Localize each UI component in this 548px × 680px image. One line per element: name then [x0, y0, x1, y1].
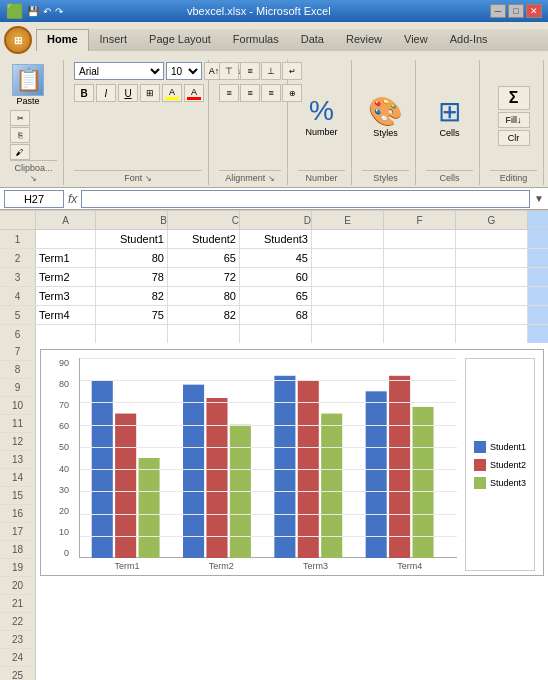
cell-H5[interactable] — [528, 306, 548, 324]
cell-G4[interactable] — [456, 287, 528, 305]
cell-F5[interactable] — [384, 306, 456, 324]
tab-data[interactable]: Data — [290, 29, 335, 51]
align-left-button[interactable]: ≡ — [219, 84, 239, 102]
cell-D3[interactable]: 60 — [240, 268, 312, 286]
cell-C5[interactable]: 82 — [168, 306, 240, 324]
cell-B4[interactable]: 82 — [96, 287, 168, 305]
col-header-H[interactable]: H — [528, 211, 548, 229]
cell-E6[interactable] — [312, 325, 384, 343]
col-header-C[interactable]: C — [168, 211, 240, 229]
cell-B6[interactable] — [96, 325, 168, 343]
align-right-button[interactable]: ≡ — [261, 84, 281, 102]
cell-G1[interactable] — [456, 230, 528, 248]
cell-E5[interactable] — [312, 306, 384, 324]
close-button[interactable]: ✕ — [526, 4, 542, 18]
cell-E4[interactable] — [312, 287, 384, 305]
cell-A4[interactable]: Term3 — [36, 287, 96, 305]
cell-C4[interactable]: 80 — [168, 287, 240, 305]
cell-reference[interactable]: H27 — [4, 190, 64, 208]
chart: 90 80 70 60 50 40 30 20 10 0 — [40, 349, 544, 576]
cell-B5[interactable]: 75 — [96, 306, 168, 324]
cell-C6[interactable] — [168, 325, 240, 343]
quick-access-redo[interactable]: ↷ — [55, 6, 63, 17]
font-color-button[interactable]: A — [184, 84, 204, 102]
tab-addins[interactable]: Add-Ins — [439, 29, 499, 51]
cell-F3[interactable] — [384, 268, 456, 286]
quick-access-undo[interactable]: ↶ — [43, 6, 51, 17]
cell-A3[interactable]: Term2 — [36, 268, 96, 286]
font-size-select[interactable]: 10 — [166, 62, 202, 80]
tab-formulas[interactable]: Formulas — [222, 29, 290, 51]
cell-H4[interactable] — [528, 287, 548, 305]
col-header-B[interactable]: B — [96, 211, 168, 229]
align-bottom-button[interactable]: ⊥ — [261, 62, 281, 80]
cell-G3[interactable] — [456, 268, 528, 286]
sum-button[interactable]: Σ — [498, 86, 530, 110]
cut-button[interactable]: ✂ — [10, 110, 30, 126]
col-header-G[interactable]: G — [456, 211, 528, 229]
formula-input[interactable] — [81, 190, 530, 208]
cell-A2[interactable]: Term1 — [36, 249, 96, 267]
cell-D5[interactable]: 68 — [240, 306, 312, 324]
font-family-select[interactable]: Arial — [74, 62, 164, 80]
cell-G2[interactable] — [456, 249, 528, 267]
border-button[interactable]: ⊞ — [140, 84, 160, 102]
quick-access-save[interactable]: 💾 — [27, 6, 39, 17]
format-painter-button[interactable]: 🖌 — [10, 144, 30, 160]
cell-A6[interactable] — [36, 325, 96, 343]
cell-F1[interactable] — [384, 230, 456, 248]
tab-view[interactable]: View — [393, 29, 439, 51]
expand-formula-bar[interactable]: ▼ — [534, 193, 544, 204]
cell-B2[interactable]: 80 — [96, 249, 168, 267]
cell-F6[interactable] — [384, 325, 456, 343]
cell-C1[interactable]: Student2 — [168, 230, 240, 248]
cells-button[interactable]: ⊞ Cells — [430, 93, 470, 140]
cell-H2[interactable] — [528, 249, 548, 267]
office-button[interactable]: ⊞ — [4, 26, 32, 54]
cell-E3[interactable] — [312, 268, 384, 286]
cell-G6[interactable] — [456, 325, 528, 343]
fill-button[interactable]: Fill↓ — [498, 112, 530, 128]
cell-C2[interactable]: 65 — [168, 249, 240, 267]
cell-D6[interactable] — [240, 325, 312, 343]
align-top-button[interactable]: ⊤ — [219, 62, 239, 80]
maximize-button[interactable]: □ — [508, 4, 524, 18]
col-header-F[interactable]: F — [384, 211, 456, 229]
align-center-button[interactable]: ≡ — [240, 84, 260, 102]
styles-button[interactable]: 🎨 Styles — [364, 93, 407, 140]
col-header-A[interactable]: A — [36, 211, 96, 229]
cell-H6[interactable] — [528, 325, 548, 343]
col-header-E[interactable]: E — [312, 211, 384, 229]
tab-page-layout[interactable]: Page Layout — [138, 29, 222, 51]
cell-B3[interactable]: 78 — [96, 268, 168, 286]
underline-button[interactable]: U — [118, 84, 138, 102]
cell-G5[interactable] — [456, 306, 528, 324]
align-middle-button[interactable]: ≡ — [240, 62, 260, 80]
cell-D2[interactable]: 45 — [240, 249, 312, 267]
cell-H3[interactable] — [528, 268, 548, 286]
chart-area[interactable]: 90 80 70 60 50 40 30 20 10 0 — [36, 343, 548, 680]
cell-E1[interactable] — [312, 230, 384, 248]
cell-H1[interactable] — [528, 230, 548, 248]
minimize-button[interactable]: ─ — [490, 4, 506, 18]
clear-button[interactable]: Clr — [498, 130, 530, 146]
col-header-D[interactable]: D — [240, 211, 312, 229]
fill-color-button[interactable]: A — [162, 84, 182, 102]
italic-button[interactable]: I — [96, 84, 116, 102]
number-format-button[interactable]: % Number — [301, 93, 341, 139]
cell-A1[interactable] — [36, 230, 96, 248]
bold-button[interactable]: B — [74, 84, 94, 102]
cell-F2[interactable] — [384, 249, 456, 267]
cell-D4[interactable]: 65 — [240, 287, 312, 305]
tab-insert[interactable]: Insert — [89, 29, 139, 51]
cell-E2[interactable] — [312, 249, 384, 267]
tab-home[interactable]: Home — [36, 29, 89, 51]
cell-D1[interactable]: Student3 — [240, 230, 312, 248]
cell-C3[interactable]: 72 — [168, 268, 240, 286]
copy-button[interactable]: ⎘ — [10, 127, 30, 143]
cell-B1[interactable]: Student1 — [96, 230, 168, 248]
paste-button[interactable]: 📋 Paste — [10, 62, 46, 108]
cell-A5[interactable]: Term4 — [36, 306, 96, 324]
tab-review[interactable]: Review — [335, 29, 393, 51]
cell-F4[interactable] — [384, 287, 456, 305]
